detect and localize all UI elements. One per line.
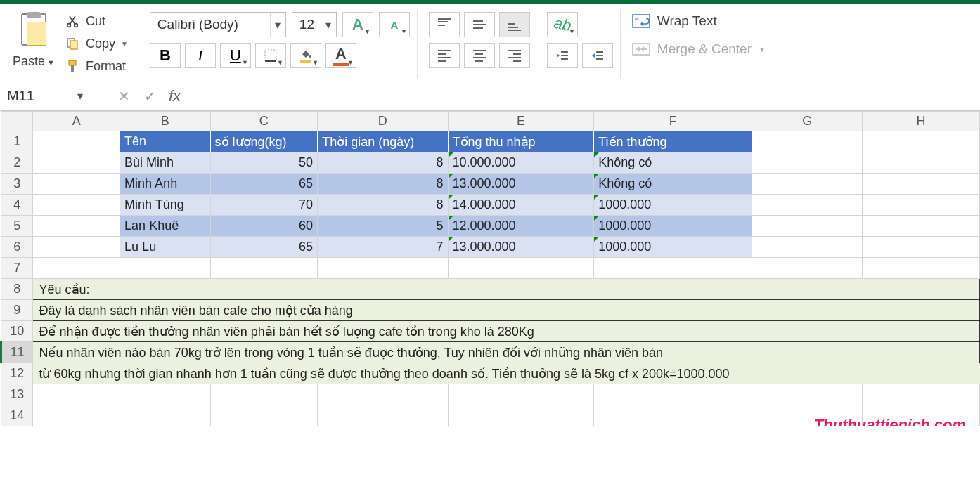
cell[interactable]: 13.000.000 — [448, 237, 594, 258]
row-header[interactable]: 6 — [1, 237, 33, 258]
row-header[interactable]: 13 — [1, 384, 33, 405]
cell[interactable] — [448, 405, 594, 426]
row-header[interactable]: 3 — [1, 174, 33, 195]
merge-center-button[interactable]: Merge & Center ▼ — [632, 41, 766, 57]
decrease-indent-button[interactable] — [547, 43, 578, 68]
spreadsheet-grid[interactable]: ABCDEFGH1Tênsố lượng(kg)Thời gian (ngày)… — [0, 111, 980, 426]
cell[interactable]: Tổng thu nhập — [448, 131, 594, 152]
row-header[interactable]: 11 — [1, 342, 33, 363]
cell[interactable] — [863, 258, 980, 279]
cell[interactable] — [863, 131, 980, 152]
underline-button[interactable]: U▼ — [220, 43, 251, 68]
align-center-button[interactable] — [464, 43, 495, 68]
chevron-down-icon[interactable]: ▼ — [759, 46, 766, 53]
cell[interactable] — [120, 258, 210, 279]
fx-label[interactable]: fx — [169, 87, 191, 105]
cell[interactable] — [33, 258, 120, 279]
column-header[interactable]: A — [33, 112, 120, 131]
align-right-button[interactable] — [499, 43, 530, 68]
cell[interactable]: 14.000.000 — [448, 195, 594, 216]
paste-button[interactable]: Paste▼ — [13, 12, 55, 75]
column-header[interactable]: B — [120, 112, 210, 131]
cell[interactable]: Không có — [594, 174, 752, 195]
cell[interactable]: Bùi Minh — [120, 152, 210, 174]
cell[interactable] — [594, 405, 752, 426]
note-cell[interactable]: từ 60kg nhưng thời gian nhanh hơn 1 tuần… — [33, 363, 980, 384]
shrink-font-button[interactable]: A▼ — [379, 12, 410, 37]
row-header[interactable]: 1 — [1, 131, 33, 152]
note-cell[interactable]: Nếu nhân viên nào bán 70kg trở lên trong… — [33, 342, 980, 363]
cancel-formula-button[interactable]: ✕ — [118, 88, 130, 105]
formula-input[interactable] — [191, 86, 980, 106]
cell[interactable]: 10.000.000 — [448, 152, 594, 174]
cell[interactable] — [863, 237, 980, 258]
cell[interactable]: 8 — [318, 152, 448, 174]
cell[interactable]: Tiền thưởng — [594, 131, 752, 152]
italic-button[interactable]: I — [185, 43, 216, 68]
cell[interactable] — [318, 258, 448, 279]
font-color-button[interactable]: A▼ — [325, 43, 356, 68]
accept-formula-button[interactable]: ✓ — [144, 88, 156, 105]
note-cell[interactable]: Yêu cầu: — [33, 279, 980, 300]
chevron-down-icon[interactable]: ▼ — [47, 58, 55, 67]
cell[interactable] — [752, 258, 863, 279]
row-header[interactable]: 12 — [1, 363, 33, 384]
select-all-corner[interactable] — [1, 112, 33, 131]
cell[interactable] — [752, 152, 863, 174]
cell[interactable] — [752, 216, 863, 237]
font-name-combo[interactable]: ▾ — [150, 12, 286, 37]
column-header[interactable]: G — [752, 112, 863, 131]
cell[interactable]: 8 — [318, 174, 448, 195]
align-bottom-button[interactable] — [499, 12, 530, 37]
column-header[interactable]: D — [318, 112, 448, 131]
cell[interactable] — [120, 405, 210, 426]
cell-reference-input[interactable] — [7, 88, 77, 104]
cell[interactable]: Minh Anh — [120, 174, 210, 195]
cell[interactable] — [210, 405, 318, 426]
column-header[interactable]: H — [863, 112, 980, 131]
cell[interactable] — [33, 237, 120, 258]
cell[interactable] — [594, 258, 752, 279]
cell[interactable] — [448, 384, 594, 405]
font-name-input[interactable] — [150, 14, 270, 35]
note-cell[interactable]: Để nhận được tiền thưởng nhân viên phải … — [33, 321, 980, 342]
cell[interactable]: số lượng(kg) — [210, 131, 318, 152]
cell[interactable] — [318, 405, 448, 426]
cell[interactable]: 8 — [318, 195, 448, 216]
font-size-input[interactable] — [292, 14, 321, 35]
orientation-button[interactable]: ab▼ — [547, 12, 578, 37]
row-header[interactable]: 7 — [1, 258, 33, 279]
align-middle-button[interactable] — [464, 12, 495, 37]
cell[interactable]: 1000.000 — [594, 237, 752, 258]
cell[interactable]: Thời gian (ngày) — [318, 131, 448, 152]
align-top-button[interactable] — [429, 12, 460, 37]
cell[interactable] — [752, 384, 863, 405]
chevron-down-icon[interactable]: ▾ — [270, 13, 285, 37]
cell[interactable]: Tên — [120, 131, 210, 152]
cell[interactable]: 60 — [210, 216, 318, 237]
cell[interactable] — [33, 152, 120, 174]
cell[interactable]: 1000.000 — [594, 216, 752, 237]
cell[interactable] — [210, 384, 318, 405]
font-size-combo[interactable]: ▾ — [292, 12, 337, 37]
cell[interactable]: 7 — [318, 237, 448, 258]
cell[interactable] — [33, 174, 120, 195]
cell[interactable]: 1000.000 — [594, 195, 752, 216]
cell[interactable] — [33, 405, 120, 426]
row-header[interactable]: 14 — [1, 405, 33, 426]
cell[interactable]: 12.000.000 — [448, 216, 594, 237]
note-cell[interactable]: Đây là danh sách nhân viên bán cafe cho … — [33, 300, 980, 321]
cell[interactable] — [752, 131, 863, 152]
cell[interactable] — [318, 384, 448, 405]
cell[interactable] — [863, 174, 980, 195]
chevron-down-icon[interactable]: ▾ — [321, 13, 336, 37]
wrap-text-button[interactable]: ab Wrap Text — [632, 13, 766, 29]
copy-button[interactable]: Copy ▼ — [62, 34, 131, 53]
fill-color-button[interactable]: ▼ — [290, 43, 321, 68]
column-header[interactable]: F — [594, 112, 752, 131]
grow-font-button[interactable]: A▼ — [342, 12, 373, 37]
format-painter-button[interactable]: Format — [62, 57, 131, 75]
row-header[interactable]: 9 — [1, 300, 33, 321]
borders-button[interactable]: ▼ — [255, 43, 286, 68]
cell[interactable]: 50 — [210, 152, 318, 174]
